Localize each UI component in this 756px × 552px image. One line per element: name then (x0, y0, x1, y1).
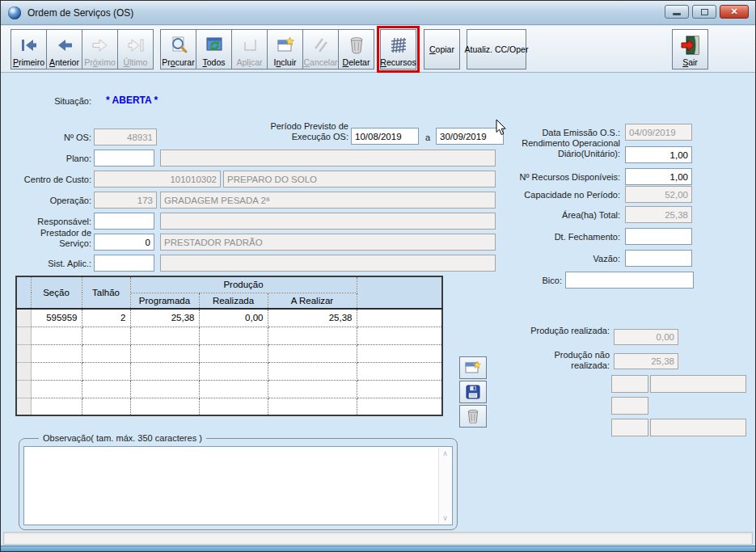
deletar-button[interactable]: Deletar (338, 29, 374, 70)
table-cell[interactable] (31, 380, 82, 398)
table-cell[interactable] (130, 380, 199, 398)
table-row[interactable] (16, 398, 442, 415)
row-selector[interactable] (16, 309, 31, 327)
table-row[interactable] (16, 327, 442, 344)
table-cell[interactable] (199, 327, 268, 344)
recursos-button[interactable]: Recursos (380, 29, 416, 70)
table-cell[interactable] (82, 398, 130, 415)
scroll-down-icon[interactable]: ∨ (442, 514, 448, 522)
mouse-cursor (496, 119, 507, 136)
table-cell[interactable] (199, 380, 268, 398)
table-cell[interactable] (357, 309, 442, 327)
plano-desc-field (160, 150, 496, 166)
table-cell[interactable] (357, 327, 442, 344)
todos-button[interactable]: Todos (196, 29, 232, 70)
table-cell[interactable] (31, 362, 82, 380)
periodo-from-field[interactable]: 10/08/2019 (351, 128, 419, 145)
recursos-disponiveis-field[interactable]: 1,00 (625, 168, 692, 185)
table-cell[interactable]: 25,38 (130, 309, 199, 327)
row-selector[interactable] (16, 398, 31, 415)
observacao-textarea[interactable] (23, 446, 453, 525)
table-row[interactable] (16, 344, 442, 362)
atualiz-cc-oper-button[interactable]: Atualiz. CC/Oper (467, 29, 526, 70)
sair-button[interactable]: Sair (672, 29, 708, 70)
toolbar-button-label: Atualiz. CC/Oper (465, 44, 529, 54)
table-cell[interactable] (130, 327, 199, 344)
incluir-button[interactable]: Incluir (267, 29, 303, 70)
row-selector[interactable] (16, 327, 31, 344)
centro-custo-label: Centro de Custo: (12, 175, 91, 185)
close-button[interactable]: ✕ (720, 5, 749, 19)
table-cell[interactable] (357, 362, 442, 380)
toolbar-button-label: Copiar (429, 44, 454, 54)
ltimo-button: Último (117, 29, 154, 70)
toolbar-button-label: Sair (682, 57, 698, 67)
producao-table[interactable]: Seção Talhão Produção Programada Realiza… (15, 276, 443, 416)
table-cell[interactable] (357, 380, 442, 398)
table-cell[interactable] (130, 398, 199, 415)
scroll-up-icon[interactable]: ∧ (442, 449, 448, 457)
delete-row-button[interactable] (459, 405, 487, 428)
recursos-disponiveis-label: Nº Recursos Disponíveis: (502, 172, 620, 183)
table-cell[interactable] (82, 327, 130, 344)
pr-ximo-button: Próximo (82, 29, 118, 70)
window-title: Ordem de Serviços (OS) (27, 7, 133, 19)
table-cell[interactable] (268, 327, 357, 344)
primeiro-button[interactable]: Primeiro (11, 29, 47, 70)
table-cell[interactable] (199, 398, 268, 415)
save-row-button[interactable] (459, 381, 487, 403)
bico-label: Bico: (523, 276, 562, 286)
dt-fechamento-field[interactable] (625, 228, 692, 245)
table-row[interactable]: 595959225,380,0025,38 (16, 309, 442, 327)
responsavel-field[interactable] (94, 213, 154, 230)
table-cell[interactable]: 0,00 (199, 309, 268, 327)
table-row[interactable] (16, 362, 442, 380)
table-cell[interactable] (130, 344, 199, 362)
minimize-button[interactable] (665, 5, 689, 19)
table-cell[interactable]: 595959 (31, 309, 82, 327)
table-cell[interactable] (31, 398, 82, 415)
rendimento-field[interactable]: 1,00 (625, 146, 692, 163)
copiar-button[interactable]: Copiar (424, 29, 460, 70)
row-selector[interactable] (16, 344, 31, 362)
table-cell[interactable] (357, 398, 442, 415)
row-selector[interactable] (16, 362, 31, 380)
restore-button[interactable] (692, 5, 716, 19)
plano-field[interactable] (94, 150, 154, 166)
prestador-field[interactable]: 0 (94, 234, 154, 251)
anterior-button[interactable]: Anterior (46, 29, 82, 70)
col-realizada: Realizada (199, 293, 268, 309)
capacidade-label: Capacidade no Período: (502, 190, 620, 200)
previous-icon (54, 33, 75, 57)
table-cell[interactable] (31, 344, 82, 362)
table-cell[interactable] (130, 362, 199, 380)
nos-label: Nº OS: (33, 133, 91, 143)
table-cell[interactable] (199, 362, 268, 380)
table-cell[interactable] (268, 362, 357, 380)
table-cell[interactable] (199, 344, 268, 362)
add-row-button[interactable] (459, 356, 487, 379)
table-cell[interactable] (82, 344, 130, 362)
vazao-field[interactable] (625, 250, 692, 267)
observacao-scrollbar[interactable]: ∧ ∨ (438, 448, 451, 524)
new-icon (275, 33, 296, 57)
titlebar: Ordem de Serviços (OS) ✕ (1, 1, 755, 25)
table-cell[interactable] (268, 380, 357, 398)
toolbar-button-label: Procurar (162, 57, 194, 67)
periodo-to-field[interactable]: 30/09/2019 (436, 128, 504, 145)
table-cell[interactable]: 25,38 (268, 309, 357, 327)
table-cell[interactable] (31, 327, 82, 344)
table-cell[interactable] (82, 380, 130, 398)
table-cell[interactable] (357, 344, 442, 362)
row-selector[interactable] (16, 380, 31, 398)
table-cell[interactable] (82, 362, 130, 380)
producao-realizada-label: Produção realizada: (529, 326, 610, 336)
table-cell[interactable]: 2 (82, 309, 130, 327)
sist-aplic-field[interactable] (94, 255, 154, 272)
table-cell[interactable] (268, 344, 357, 362)
centro-custo-field: 101010302 (94, 171, 221, 188)
procurar-button[interactable]: Procurar (160, 29, 196, 70)
table-row[interactable] (16, 380, 442, 398)
table-cell[interactable] (268, 398, 357, 415)
bico-field[interactable] (565, 272, 694, 289)
